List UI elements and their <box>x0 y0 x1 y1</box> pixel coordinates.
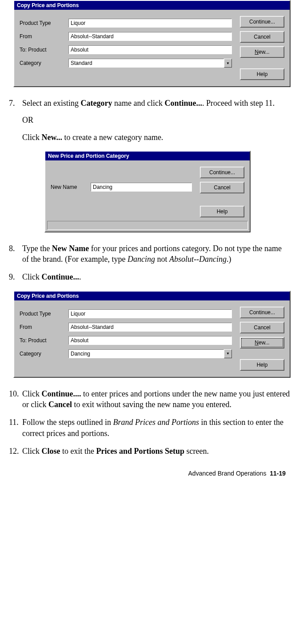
cancel-button[interactable]: Cancel <box>240 322 284 333</box>
step-10: 10. Click Continue.... to enter prices a… <box>9 388 290 410</box>
from-field[interactable]: Absolut--Standard <box>68 32 232 41</box>
to-product-field[interactable]: Absolut <box>68 336 232 345</box>
new-button[interactable]: New... <box>240 337 284 348</box>
category-dropdown-button[interactable]: ▼ <box>224 59 232 68</box>
continue-button[interactable]: Continue... <box>200 167 244 178</box>
category-field[interactable]: Dancing <box>68 349 224 358</box>
new-button[interactable]: New... <box>240 46 284 58</box>
to-product-field[interactable]: Absolut <box>68 45 232 54</box>
help-button[interactable]: Help <box>240 359 284 371</box>
help-button[interactable]: Help <box>240 68 284 80</box>
product-type-field[interactable]: Liquor <box>68 19 232 28</box>
from-field[interactable]: Absolut--Standard <box>68 323 232 332</box>
to-product-label: To: Product <box>20 337 68 344</box>
dialog-title: New Price and Portion Category <box>45 152 250 160</box>
copy-price-portions-dialog-1: Copy Price and Portions Product Type Liq… <box>13 0 291 87</box>
new-name-field[interactable]: Dancing <box>91 183 192 192</box>
step-7: 7. Select an existing Category name and … <box>9 98 290 143</box>
step-12: 12. Click Close to exit the Prices and P… <box>9 446 290 456</box>
new-name-label: New Name <box>51 184 91 190</box>
cancel-button[interactable]: Cancel <box>240 31 284 43</box>
category-label: Category <box>20 351 68 357</box>
status-bar <box>47 221 248 230</box>
category-dropdown-button[interactable]: ▼ <box>224 349 232 358</box>
product-type-label: Product Type <box>20 20 68 26</box>
product-type-label: Product Type <box>20 311 68 317</box>
new-category-dialog: New Price and Portion Category New Name … <box>44 151 251 232</box>
to-product-label: To: Product <box>20 47 68 53</box>
category-label: Category <box>20 60 68 66</box>
dialog-title: Copy Price and Portions <box>14 292 290 300</box>
dialog-title: Copy Price and Portions <box>14 1 290 10</box>
copy-price-portions-dialog-2: Copy Price and Portions Product Type Liq… <box>13 291 291 378</box>
from-label: From <box>20 324 68 330</box>
help-button[interactable]: Help <box>200 206 244 217</box>
step-11: 11. Follow the steps outlined in Brand P… <box>9 417 290 439</box>
step-8: 8. Type the New Name for your prices and… <box>9 243 290 265</box>
step-9: 9. Click Continue.... <box>9 272 290 282</box>
page-footer: Advanced Brand Operations 11-19 <box>9 470 290 477</box>
from-label: From <box>20 33 68 40</box>
continue-button[interactable]: Continue... <box>240 16 284 28</box>
product-type-field[interactable]: Liquor <box>68 309 232 318</box>
cancel-button[interactable]: Cancel <box>200 182 244 193</box>
continue-button[interactable]: Continue... <box>240 307 284 318</box>
category-field[interactable]: Standard <box>68 59 224 68</box>
